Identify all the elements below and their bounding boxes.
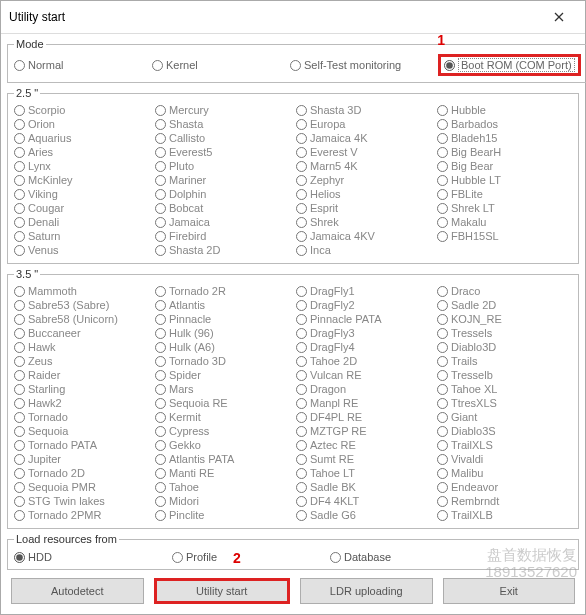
d35-option[interactable]: Giant <box>437 410 572 424</box>
d35-option[interactable]: Diablo3D <box>437 340 572 354</box>
d35-option[interactable]: Sumt RE <box>296 452 431 466</box>
d25-option[interactable]: Jamaica 4KV <box>296 229 431 243</box>
d25-option[interactable]: Marn5 4K <box>296 159 431 173</box>
d25-option[interactable]: FBH15SL <box>437 229 572 243</box>
d25-option[interactable]: Esprit <box>296 201 431 215</box>
d35-option[interactable]: Zeus <box>14 354 149 368</box>
close-button[interactable] <box>541 7 577 27</box>
d25-option[interactable]: Big Bear <box>437 159 572 173</box>
d35-option[interactable]: Mars <box>155 382 290 396</box>
d35-option[interactable]: TrailXLB <box>437 508 572 522</box>
d25-option[interactable]: Callisto <box>155 131 290 145</box>
d25-option[interactable]: Firebird <box>155 229 290 243</box>
d35-option[interactable]: Sequoia PMR <box>14 480 149 494</box>
d35-option[interactable]: DF4 4KLT <box>296 494 431 508</box>
d35-option[interactable]: Starling <box>14 382 149 396</box>
d35-option[interactable]: Sadle 2D <box>437 298 572 312</box>
d35-option[interactable]: MZTGP RE <box>296 424 431 438</box>
d25-option[interactable]: Jamaica 4K <box>296 131 431 145</box>
d35-option[interactable]: Jupiter <box>14 452 149 466</box>
d25-option[interactable]: Pluto <box>155 159 290 173</box>
d35-option[interactable]: Tornado 2PMR <box>14 508 149 522</box>
d25-option[interactable]: Lynx <box>14 159 149 173</box>
d35-option[interactable]: Vivaldi <box>437 452 572 466</box>
d25-option[interactable]: FBLite <box>437 187 572 201</box>
d35-option[interactable]: Atlantis <box>155 298 290 312</box>
d35-option[interactable]: KOJN_RE <box>437 312 572 326</box>
mode-bootrom[interactable]: Boot ROM (COM Port) <box>444 58 575 72</box>
d25-option[interactable]: Barbados <box>437 117 572 131</box>
d35-option[interactable]: Aztec RE <box>296 438 431 452</box>
d35-option[interactable]: DragFly3 <box>296 326 431 340</box>
d25-option[interactable]: Shasta 2D <box>155 243 290 257</box>
exit-button[interactable]: Exit <box>443 578 576 604</box>
d25-option[interactable]: Makalu <box>437 215 572 229</box>
d25-option[interactable]: Aquarius <box>14 131 149 145</box>
d25-option[interactable]: Bladeh15 <box>437 131 572 145</box>
d35-option[interactable]: Trails <box>437 354 572 368</box>
d35-option[interactable]: TrailXLS <box>437 438 572 452</box>
mode-kernel[interactable]: Kernel <box>152 59 282 71</box>
d35-option[interactable]: Dragon <box>296 382 431 396</box>
d25-option[interactable]: Scorpio <box>14 103 149 117</box>
utility-start-button[interactable]: Utility start <box>154 578 291 604</box>
d35-option[interactable]: Vulcan RE <box>296 368 431 382</box>
d35-option[interactable]: Manti RE <box>155 466 290 480</box>
d35-option[interactable]: Tornado PATA <box>14 438 149 452</box>
d35-option[interactable]: Sadle BK <box>296 480 431 494</box>
autodetect-button[interactable]: Autodetect <box>11 578 144 604</box>
d25-option[interactable]: Shrek <box>296 215 431 229</box>
d35-option[interactable]: Gekko <box>155 438 290 452</box>
d25-option[interactable]: Mariner <box>155 173 290 187</box>
mode-selftest[interactable]: Self-Test monitoring <box>290 59 430 71</box>
d35-option[interactable]: Kermit <box>155 410 290 424</box>
d25-option[interactable]: Jamaica <box>155 215 290 229</box>
load-profile[interactable]: Profile <box>172 551 322 563</box>
d35-option[interactable]: Hulk (96) <box>155 326 290 340</box>
d35-option[interactable]: Tresselb <box>437 368 572 382</box>
d35-option[interactable]: Pinnacle <box>155 312 290 326</box>
ldr-uploading-button[interactable]: LDR uploading <box>300 578 433 604</box>
d25-option[interactable]: McKinley <box>14 173 149 187</box>
d35-option[interactable]: Sadle G6 <box>296 508 431 522</box>
d35-option[interactable]: DragFly2 <box>296 298 431 312</box>
d35-option[interactable]: TtresXLS <box>437 396 572 410</box>
d35-option[interactable]: Malibu <box>437 466 572 480</box>
d35-option[interactable]: Hulk (A6) <box>155 340 290 354</box>
d35-option[interactable]: Tressels <box>437 326 572 340</box>
d35-option[interactable]: Atlantis PATA <box>155 452 290 466</box>
d35-option[interactable]: Hawk <box>14 340 149 354</box>
d35-option[interactable]: Raider <box>14 368 149 382</box>
d25-option[interactable]: Bobcat <box>155 201 290 215</box>
d25-option[interactable]: Cougar <box>14 201 149 215</box>
d25-option[interactable]: Mercury <box>155 103 290 117</box>
d35-option[interactable]: Tahoe 2D <box>296 354 431 368</box>
d25-option[interactable]: Hubble LT <box>437 173 572 187</box>
d25-option[interactable]: Everest V <box>296 145 431 159</box>
d25-option[interactable]: Helios <box>296 187 431 201</box>
d25-option[interactable]: Denali <box>14 215 149 229</box>
d35-option[interactable]: Spider <box>155 368 290 382</box>
d35-option[interactable]: Tornado 3D <box>155 354 290 368</box>
d35-option[interactable]: Sequoia <box>14 424 149 438</box>
d35-option[interactable]: Tornado <box>14 410 149 424</box>
d35-option[interactable]: Rembrndt <box>437 494 572 508</box>
d25-option[interactable]: Dolphin <box>155 187 290 201</box>
d35-option[interactable]: Sabre53 (Sabre) <box>14 298 149 312</box>
d35-option[interactable]: STG Twin lakes <box>14 494 149 508</box>
d35-option[interactable]: Sequoia RE <box>155 396 290 410</box>
d35-option[interactable]: Tahoe <box>155 480 290 494</box>
load-hdd[interactable]: HDD <box>14 551 164 563</box>
d25-option[interactable]: Saturn <box>14 229 149 243</box>
d35-option[interactable]: Tornado 2D <box>14 466 149 480</box>
d35-option[interactable]: Endeavor <box>437 480 572 494</box>
d35-option[interactable]: DragFly4 <box>296 340 431 354</box>
d25-option[interactable]: Inca <box>296 243 431 257</box>
d35-option[interactable]: Mammoth <box>14 284 149 298</box>
d35-option[interactable]: Midori <box>155 494 290 508</box>
d35-option[interactable]: Pinnacle PATA <box>296 312 431 326</box>
d35-option[interactable]: Diablo3S <box>437 424 572 438</box>
d35-option[interactable]: Draco <box>437 284 572 298</box>
d25-option[interactable]: Orion <box>14 117 149 131</box>
d25-option[interactable]: Everest5 <box>155 145 290 159</box>
